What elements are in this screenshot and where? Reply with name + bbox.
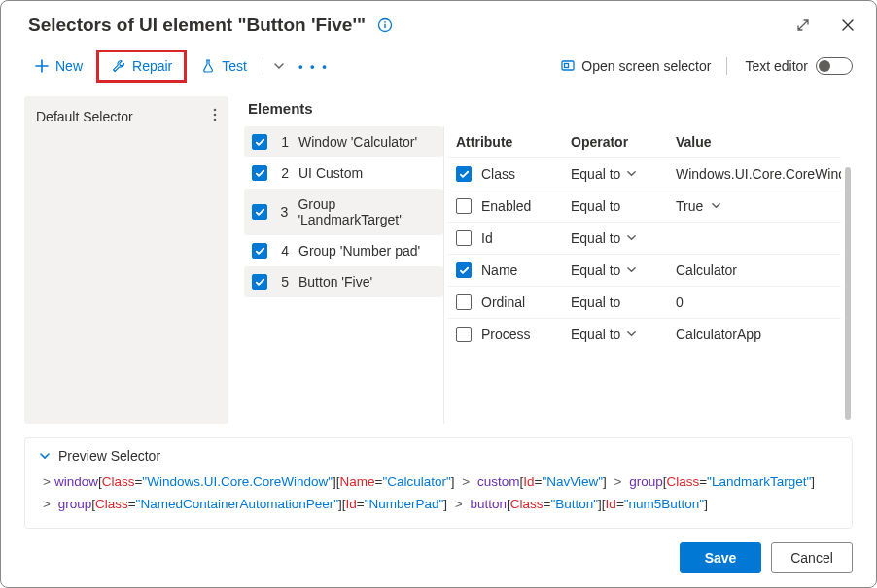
chevron-down-icon [626,166,637,182]
attributes-header-row: Attribute Operator Value [448,126,841,157]
attribute-value: Windows.UI.Core.CoreWindow [676,166,841,182]
elements-list: 1Window 'Calculator'2UI Custom3Group 'La… [244,126,443,424]
element-row[interactable]: 1Window 'Calculator' [244,126,443,157]
element-row-label: Button 'Five' [298,274,372,290]
attribute-value: 0 [676,294,833,310]
svg-rect-2 [384,21,385,22]
attribute-name: Id [481,230,493,246]
attribute-operator: Equal to [571,294,668,310]
svg-point-7 [214,119,217,121]
more-actions-button[interactable]: • • • [293,55,334,78]
attribute-checkbox[interactable] [456,230,472,246]
attributes-header-value: Value [676,134,833,150]
attribute-checkbox[interactable] [456,294,472,310]
attribute-checkbox[interactable] [456,327,472,342]
test-button[interactable]: Test [191,54,257,78]
cancel-button[interactable]: Cancel [771,542,853,573]
attribute-checkbox[interactable] [456,262,472,278]
element-row[interactable]: 4Group 'Number pad' [244,235,443,266]
svg-rect-4 [565,64,569,68]
element-row[interactable]: 3Group 'LandmarkTarget' [244,189,443,235]
element-row-label: Window 'Calculator' [298,134,417,150]
svg-point-5 [214,109,217,112]
element-row-index: 4 [277,243,289,259]
element-row-checkbox[interactable] [252,204,267,220]
new-button[interactable]: New [24,54,92,78]
attribute-row: IdEqual to [448,222,841,254]
svg-point-6 [214,114,217,117]
cancel-button-label: Cancel [790,550,833,566]
attribute-row: NameEqual toCalculator [448,254,841,286]
test-button-label: Test [222,58,247,74]
selector-item-more-icon[interactable] [213,108,217,124]
repair-button-label: Repair [132,58,172,74]
preview-selector-panel: Preview Selector >window[Class="Windows.… [24,437,853,529]
element-row-label: UI Custom [298,165,363,181]
chevron-down-icon [711,198,721,214]
selector-item-default[interactable]: Default Selector [24,98,228,134]
attribute-operator[interactable]: Equal to [571,262,668,278]
test-dropdown-button[interactable] [269,56,289,76]
attribute-name: Process [481,327,531,342]
attribute-checkbox[interactable] [456,166,472,182]
repair-button[interactable]: Repair [96,50,187,83]
attribute-value[interactable]: True [676,198,833,214]
element-row-label: Group 'LandmarkTarget' [298,196,436,227]
attribute-operator[interactable]: Equal to [571,166,668,182]
attribute-name: Class [481,166,515,182]
element-row-index: 1 [277,134,289,150]
open-screen-selector-button[interactable]: Open screen selector [550,54,720,78]
text-editor-label: Text editor [745,58,808,74]
attribute-name: Enabled [481,198,531,214]
attribute-name: Ordinal [481,294,525,310]
elements-heading: Elements [244,96,853,126]
element-row-checkbox[interactable] [252,243,267,259]
chevron-down-icon [626,230,637,246]
toolbar: New Repair Test • • • Open screen select… [1,40,876,96]
attributes-header-attribute: Attribute [456,134,563,150]
element-row-index: 3 [277,204,288,220]
toolbar-divider-2 [726,57,727,75]
element-row[interactable]: 2UI Custom [244,157,443,189]
attributes-header-operator: Operator [571,134,668,150]
attribute-row: OrdinalEqual to0 [448,286,841,318]
text-editor-toggle[interactable] [816,57,853,75]
element-row-checkbox[interactable] [252,274,267,290]
close-icon[interactable] [839,17,857,34]
toolbar-divider [263,57,263,75]
selectors-sidebar: Default Selector [24,96,228,424]
attribute-row: ClassEqual toWindows.UI.Core.CoreWindow [448,157,841,190]
element-row-checkbox[interactable] [252,134,267,150]
preview-selector-text: >window[Class="Windows.UI.Core.CoreWindo… [39,471,838,516]
attribute-operator[interactable]: Equal to [571,327,668,342]
attribute-row: EnabledEqual toTrue [448,190,841,222]
attributes-scrollbar[interactable] [845,167,851,420]
attribute-operator: Equal to [571,198,668,214]
attribute-row: ProcessEqual toCalculatorApp [448,318,841,350]
open-screen-selector-label: Open screen selector [581,58,711,74]
element-row-index: 2 [277,165,289,181]
info-icon[interactable] [377,17,393,33]
element-row[interactable]: 5Button 'Five' [244,266,443,297]
dialog-title: Selectors of UI element "Button 'Five'" [28,15,366,36]
chevron-down-icon [626,262,637,278]
svg-rect-1 [384,24,385,28]
new-button-label: New [55,58,83,74]
chevron-down-icon [626,327,637,342]
attribute-value: Calculator [676,262,833,278]
attributes-pane: Attribute Operator Value ClassEqual toWi… [443,126,853,424]
titlebar: Selectors of UI element "Button 'Five'" [1,1,876,40]
attribute-name: Name [481,262,517,278]
preview-selector-label: Preview Selector [58,448,160,464]
preview-selector-toggle[interactable]: Preview Selector [39,448,838,464]
save-button[interactable]: Save [680,542,761,573]
selector-item-label: Default Selector [36,109,133,124]
dialog-window: Selectors of UI element "Button 'Five'" … [0,0,877,588]
element-row-checkbox[interactable] [252,165,267,181]
main-pane: Elements 1Window 'Calculator'2UI Custom3… [244,96,853,424]
attribute-checkbox[interactable] [456,198,472,214]
element-row-index: 5 [277,274,289,290]
element-row-label: Group 'Number pad' [298,243,420,259]
resize-diagonal-icon[interactable] [794,17,812,34]
attribute-operator[interactable]: Equal to [571,230,668,246]
